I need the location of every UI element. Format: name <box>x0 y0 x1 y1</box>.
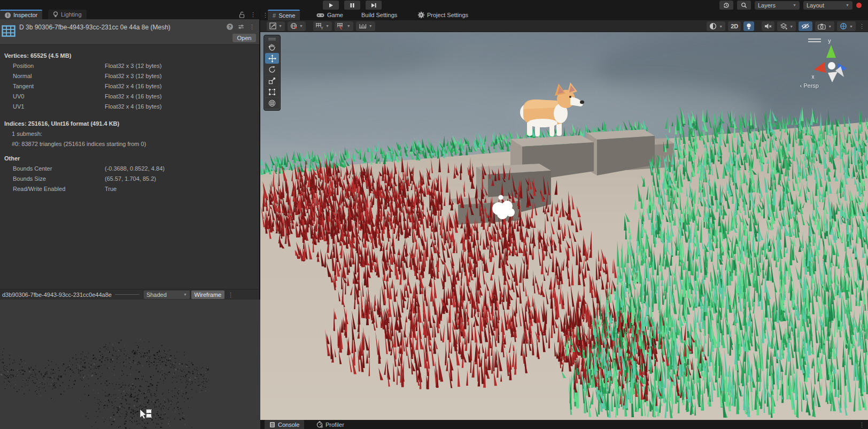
eye-slash-icon <box>801 23 810 29</box>
attr-label: UV0 <box>0 91 105 102</box>
mesh-preview[interactable] <box>0 300 260 429</box>
attr-value: Float32 x 4 (16 bytes) <box>105 91 161 102</box>
lightbulb-icon <box>746 23 751 30</box>
tab-scene[interactable]: # Scene <box>268 10 300 20</box>
bottom-tab-bar: Console Profiler ⋮ <box>260 420 868 429</box>
other-section-title: Other <box>0 154 259 164</box>
layers-dropdown[interactable]: Layers ▼ <box>755 1 800 10</box>
preview-toolbar: d3b90306-7fbe-4943-93cc-231cc0e44a8e Sha… <box>0 289 259 300</box>
profiler-icon <box>316 421 323 428</box>
gizmo-neg-cone[interactable] <box>828 72 838 82</box>
hand-icon <box>268 43 276 51</box>
scene-toolbar-menu[interactable]: ⋮ <box>859 22 865 30</box>
submesh-count: 1 submesh: <box>0 129 259 139</box>
version-control-button[interactable] <box>719 1 733 10</box>
tab-project-settings-label: Project Settings <box>427 12 468 18</box>
scale-tool-button[interactable] <box>265 75 279 86</box>
shaded-sphere-icon <box>709 22 717 30</box>
chevron-down-icon: ▼ <box>719 25 723 28</box>
scene-tool-palette <box>264 35 281 111</box>
mesh-title: D 3b 90306-7fbe-4943-93cc-231cc 0e 44a 8… <box>19 24 222 31</box>
audio-toggle[interactable] <box>762 21 774 31</box>
tool-handle-position-button[interactable]: ▼ <box>267 21 285 31</box>
hand-tool-button[interactable] <box>265 42 279 52</box>
mesh-preview-pointcloud <box>1 339 210 429</box>
presets-icon[interactable] <box>238 24 244 30</box>
speaker-muted-icon <box>764 23 772 29</box>
attr-value: Float32 x 4 (16 bytes) <box>105 81 161 91</box>
scene-panel: ⋮ # Scene Game Build Settings <box>260 10 868 429</box>
rect-tool-button[interactable] <box>265 87 279 97</box>
gizmo-x-label: x <box>812 74 815 80</box>
gizmo-y-cone[interactable] <box>826 45 836 58</box>
tab-lighting[interactable]: Lighting <box>48 10 87 19</box>
move-tool-button[interactable] <box>265 53 279 64</box>
mesh-header-menu-button[interactable]: ⋮ <box>249 23 255 30</box>
open-button[interactable]: Open <box>232 34 256 42</box>
scene-viewport[interactable]: y x ‹ Persp <box>260 32 868 420</box>
draw-mode-dropdown[interactable]: ▼ <box>707 21 725 31</box>
tab-inspector[interactable]: i Inspector <box>0 10 42 19</box>
camera-settings-dropdown[interactable]: ▼ <box>815 21 834 31</box>
tool-handle-rotation-button[interactable]: ▼ <box>288 21 306 31</box>
scene-visibility-toggle[interactable] <box>799 21 812 31</box>
scene-lighting-toggle[interactable] <box>743 21 754 31</box>
grid-snapping-button[interactable]: ▼ <box>335 21 353 31</box>
mesh-asset-icon <box>2 24 15 38</box>
notification-badge[interactable] <box>856 3 862 8</box>
attr-label: Normal <box>0 71 105 81</box>
gizmos-dropdown[interactable]: ▼ <box>837 21 856 31</box>
rotate-tool-button[interactable] <box>265 64 279 75</box>
transform-tool-button[interactable] <box>265 98 279 109</box>
tab-game[interactable]: Game <box>312 10 348 20</box>
unlock-icon[interactable] <box>239 11 245 18</box>
tab-profiler[interactable]: Profiler <box>312 420 349 429</box>
inspector-tab-bar: i Inspector Lighting ⋮ <box>0 10 259 19</box>
play-icon <box>328 3 334 8</box>
tab-project-settings[interactable]: Project Settings <box>413 10 473 20</box>
2d-label: 2D <box>731 23 738 29</box>
projection-mode-label[interactable]: ‹ Persp <box>800 82 819 89</box>
layout-label: Layout <box>807 2 824 9</box>
gizmo-y-label: y <box>828 37 831 44</box>
chevron-down-icon: ▼ <box>828 25 832 28</box>
snap-increment-button[interactable]: ▼ <box>356 21 375 31</box>
attr-label: Tangent <box>0 81 105 91</box>
2d-toggle[interactable]: 2D <box>728 21 741 31</box>
help-icon[interactable]: ? <box>227 24 233 30</box>
history-icon <box>723 2 730 9</box>
tab-build-settings[interactable]: Build Settings <box>356 10 402 20</box>
preview-menu-button[interactable]: ⋮ <box>228 291 234 298</box>
effects-dropdown[interactable]: ▼ <box>777 21 796 31</box>
vertex-attribute-row: TangentFloat32 x 4 (16 bytes) <box>0 81 259 91</box>
move-icon <box>268 55 276 63</box>
tab-scene-label: Scene <box>278 12 295 19</box>
step-icon <box>371 3 377 8</box>
search-button[interactable] <box>737 1 751 10</box>
vertex-attribute-row: NormalFloat32 x 3 (12 bytes) <box>0 71 259 81</box>
gear-icon <box>418 12 424 18</box>
chevron-down-icon: ▼ <box>789 25 793 28</box>
pause-icon <box>350 3 355 8</box>
play-button[interactable] <box>323 1 339 10</box>
bottom-bar-menu[interactable]: ⋮ <box>859 421 865 428</box>
other-label: Bounds Size <box>0 174 105 184</box>
layout-dropdown[interactable]: Layout ▼ <box>803 1 852 10</box>
tab-build-settings-label: Build Settings <box>361 12 397 18</box>
divider <box>115 294 140 295</box>
globe-icon <box>290 22 297 29</box>
palette-drag-handle[interactable] <box>265 36 279 41</box>
submesh-detail: #0: 83872 triangles (251616 indices star… <box>0 139 259 149</box>
tab-console[interactable]: Console <box>265 420 304 429</box>
grid-visibility-button[interactable]: Y ▼ <box>313 21 332 31</box>
inspector-menu-button[interactable]: ⋮ <box>250 11 256 18</box>
wireframe-toggle[interactable]: Wireframe <box>191 290 224 299</box>
step-button[interactable] <box>366 1 382 10</box>
mesh-header: D 3b 90306-7fbe-4943-93cc-231cc 0e 44a 8… <box>0 19 259 45</box>
info-icon: i <box>5 12 11 18</box>
vertex-attribute-row: UV1Float32 x 4 (16 bytes) <box>0 102 259 112</box>
gizmo-x-cone[interactable] <box>814 62 826 73</box>
pause-button[interactable] <box>344 1 360 10</box>
shading-mode-dropdown[interactable]: Shaded ▼ <box>144 290 190 299</box>
orientation-gizmo[interactable]: y x <box>801 36 855 86</box>
